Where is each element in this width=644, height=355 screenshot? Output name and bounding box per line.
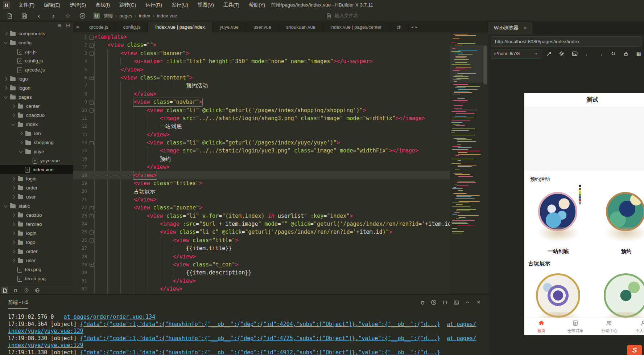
- breadcrumb-item-index-vue[interactable]: index.vue: [157, 13, 177, 19]
- resize-window-icon[interactable]: [545, 49, 553, 58]
- code-line[interactable]: 28 </view>: [73, 253, 450, 261]
- breadcrumb-item-pages[interactable]: pages: [119, 13, 132, 19]
- files-view-icon[interactable]: [1, 287, 8, 294]
- breadcrumb-item-index[interactable]: index: [139, 13, 150, 19]
- tree-item-order[interactable]: order: [0, 247, 73, 256]
- code-line[interactable]: 27 {{item.title}}: [73, 244, 450, 252]
- code-line[interactable]: 14− <view class="li" @click="geturl('/pa…: [73, 139, 450, 147]
- forward-arrow-icon[interactable]: →: [596, 49, 604, 58]
- tree-item-yuye-vue[interactable]: Vyuye.vue: [0, 156, 73, 165]
- deer-artwork-image[interactable]: [602, 185, 644, 244]
- history-refresh-icon[interactable]: [23, 287, 30, 294]
- chevron-right-icon[interactable]: [19, 141, 23, 144]
- code-line[interactable]: 6− <view class="content">: [73, 74, 450, 82]
- console-link[interactable]: {"data":{"code":1,"data":{"huashinfo":{"…: [80, 335, 440, 342]
- chevron-right-icon[interactable]: [12, 114, 15, 117]
- tree-item-yuye[interactable]: yuye: [0, 147, 73, 156]
- fold-marker-icon[interactable]: −: [90, 141, 94, 145]
- code-line[interactable]: 5 </view>: [73, 66, 450, 74]
- collapse-all-icon[interactable]: ⊟: [66, 23, 70, 28]
- debug-bug-icon[interactable]: [418, 298, 426, 306]
- tree-item-pages[interactable]: pages: [0, 93, 73, 102]
- terminal-console-icon[interactable]: [571, 49, 579, 58]
- tree-item-index[interactable]: index: [0, 120, 73, 129]
- tab-bar-item-分销中心[interactable]: 分销中心: [593, 318, 627, 335]
- chevron-down-icon[interactable]: [19, 149, 23, 153]
- console-link[interactable]: at pages/order/order.vue:134: [64, 314, 156, 320]
- tree-item-fen-png[interactable]: ▲fen.png: [0, 265, 73, 274]
- breadcrumb-item-前端[interactable]: 前端: [103, 13, 113, 19]
- tree-item-static[interactable]: static: [0, 201, 73, 211]
- clear-console-icon[interactable]: ×: [475, 298, 483, 306]
- tree-item-config-js[interactable]: Jconfig.js: [0, 56, 73, 65]
- editor-scrollbar[interactable]: [483, 32, 488, 295]
- code-line[interactable]: 31 </view>: [73, 277, 450, 285]
- code-line[interactable]: 30 {{item.description}}: [73, 269, 450, 277]
- code-line[interactable]: 8 </view>: [73, 90, 450, 98]
- editor-tab-index-vue-pages-index[interactable]: index.vue | pages/index: [148, 22, 212, 32]
- code-area[interactable]: 1−<template>2− <view class="">3− <view c…: [73, 32, 488, 295]
- menu-item-跳转-g[interactable]: 跳转(G): [115, 0, 141, 10]
- tree-item-index-vue[interactable]: Vindex.vue: [0, 165, 73, 174]
- star-icon[interactable]: ☆: [63, 12, 73, 20]
- stop-icon[interactable]: [441, 298, 449, 306]
- fold-marker-icon[interactable]: −: [90, 36, 94, 40]
- menu-item-编辑-e[interactable]: 编辑(E): [39, 0, 65, 10]
- tree-item-config[interactable]: config: [0, 38, 73, 47]
- run-circle-icon[interactable]: [430, 298, 438, 306]
- code-line[interactable]: 19 <view class="titles">: [73, 179, 450, 187]
- code-line[interactable]: 9− <view class="navbar">: [73, 98, 450, 106]
- tree-item-qrcode-js[interactable]: Jqrcode.js: [0, 65, 73, 74]
- console-link[interactable]: {"data":{"code":1,"data":{"huashinfo":{"…: [80, 321, 440, 327]
- editor-tab-shoukuan-vue[interactable]: shoukuan.vue: [279, 22, 323, 32]
- code-line[interactable]: 20 古玩展示: [73, 187, 450, 195]
- chevron-right-icon[interactable]: [4, 86, 8, 90]
- chevron-right-icon[interactable]: [12, 213, 15, 217]
- menu-item-视图-v[interactable]: 视图(V): [193, 0, 219, 10]
- tree-item-order[interactable]: order: [0, 183, 73, 192]
- fold-marker-icon[interactable]: −: [90, 263, 94, 267]
- code-line[interactable]: 15 <image src="../../static/login/yue3.p…: [73, 147, 450, 155]
- chevron-right-icon[interactable]: [12, 186, 15, 190]
- menu-item-工具-t[interactable]: 工具(T): [219, 0, 244, 10]
- code-line[interactable]: 12 一站到底: [73, 122, 450, 130]
- close-icon[interactable]: ×: [524, 25, 527, 31]
- code-line[interactable]: 1−<template>: [73, 33, 450, 41]
- code-line[interactable]: 24 <image :src="$url + item.image" mode=…: [73, 220, 450, 228]
- rabbit-artwork-image[interactable]: [534, 185, 582, 244]
- console-link[interactable]: index/yuye/yuye.vue:129: [8, 342, 83, 348]
- menu-item-文件-f[interactable]: 文件(F): [14, 0, 39, 10]
- save-icon[interactable]: [20, 12, 29, 20]
- tree-item-center[interactable]: center: [0, 102, 73, 111]
- code-line[interactable]: 26− <view class="title">: [73, 236, 450, 244]
- debug-bug-icon[interactable]: [12, 287, 19, 294]
- tree-item-components[interactable]: components: [0, 29, 73, 38]
- console-link[interactable]: at pages/: [447, 321, 476, 327]
- code-line[interactable]: 13 </view>: [73, 131, 450, 139]
- editor-tab-yuye-vue[interactable]: yuye.vue: [212, 22, 246, 32]
- chevron-right-icon[interactable]: [19, 132, 23, 135]
- code-line[interactable]: 7 预约活动: [73, 82, 450, 90]
- code-line[interactable]: 32 </view>: [73, 285, 450, 293]
- code-line[interactable]: 2− <view class="">: [73, 41, 450, 49]
- console-tab[interactable]: 前端 - H5: [8, 299, 28, 309]
- chevron-right-icon[interactable]: [12, 250, 15, 253]
- code-line[interactable]: 11 <image src="../../static/login/shang3…: [73, 114, 450, 122]
- code-line[interactable]: 3− <view class="banner">: [73, 49, 450, 57]
- settings-gear-icon[interactable]: [558, 49, 566, 58]
- chevron-right-icon[interactable]: [12, 195, 15, 199]
- collapse-panel-icon[interactable]: [463, 298, 471, 306]
- code-line[interactable]: 21 </view>: [73, 196, 450, 204]
- tree-item-user[interactable]: user: [0, 192, 73, 201]
- chevron-down-icon[interactable]: [4, 95, 8, 98]
- url-input[interactable]: http://localhost:8080/pages/index/index: [491, 36, 641, 47]
- fold-marker-icon[interactable]: −: [90, 76, 94, 80]
- nav-item-yizhandaodi[interactable]: 一站到底: [524, 185, 593, 255]
- screenshot-icon[interactable]: [452, 298, 460, 306]
- menu-item-查找-i[interactable]: 查找(I): [91, 0, 115, 10]
- browser-tab[interactable]: Web浏览器 ×: [488, 22, 532, 34]
- chevron-right-icon[interactable]: [12, 241, 15, 244]
- tree-item-login[interactable]: login: [0, 229, 73, 238]
- device-select[interactable]: iPhone 6/7/8 ▾: [491, 49, 540, 58]
- tree-item-caozuo[interactable]: caozuo: [0, 211, 73, 220]
